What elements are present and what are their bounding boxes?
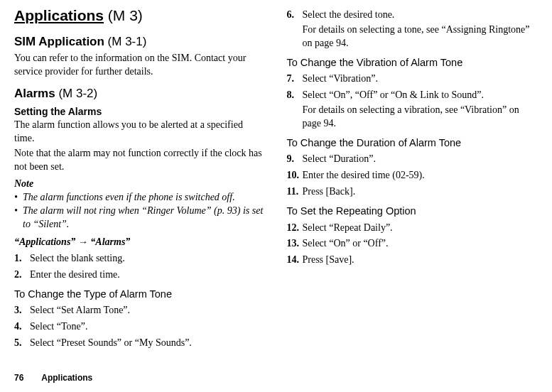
step-num: 4. <box>14 320 22 334</box>
step-item: 11.Press [Back]. <box>287 185 539 199</box>
note-item: The alarm functions even if the phone is… <box>14 191 266 205</box>
step-num: 7. <box>287 72 295 86</box>
step-item: 6.Select the desired tone. <box>287 9 539 22</box>
step-item: 7.Select “Vibration”. <box>287 72 539 86</box>
vibration-heading: To Change the Vibration of Alarm Tone <box>287 56 539 70</box>
note-label: Note <box>14 178 266 191</box>
step-text: Select “Tone”. <box>30 321 87 332</box>
step-text: Select “Set Alarm Tone”. <box>30 305 130 315</box>
step-text: Select the desired tone. <box>303 9 395 20</box>
note-item: The alarm will not ring when “Ringer Vol… <box>14 205 266 232</box>
note-list: The alarm functions even if the phone is… <box>14 191 266 232</box>
step-text: Select the blank setting. <box>30 253 125 263</box>
step-num: 10. <box>287 169 300 183</box>
chapter-title: Applications <box>14 7 104 23</box>
step-num: 3. <box>14 304 22 317</box>
setting-alarms-heading: Setting the Alarms <box>14 105 266 119</box>
step-num: 13. <box>287 237 300 251</box>
step-item: 13.Select “On” or “Off”. <box>287 237 539 251</box>
steps-basic: 1.Select the blank setting. 2.Enter the … <box>14 252 266 282</box>
sim-code: (M 3-1) <box>108 35 147 48</box>
step-text: Enter the desired time (02-59). <box>303 170 425 180</box>
sim-heading: SIM Application (M 3-1) <box>14 34 266 50</box>
step-item: 1.Select the blank setting. <box>14 252 266 266</box>
step-num: 8. <box>287 89 295 102</box>
left-column: Applications (M 3) SIM Application (M 3-… <box>14 6 266 361</box>
step-num: 11. <box>287 185 299 199</box>
step-subtext: For details on selecting a vibration, se… <box>287 104 539 131</box>
steps-repeat: 12.Select “Repeat Daily”. 13.Select “On”… <box>287 222 539 268</box>
step-num: 2. <box>14 268 22 282</box>
right-column: 6.Select the desired tone. For details o… <box>287 6 539 361</box>
step-text: Select “On”, “Off” or “On & Link to Soun… <box>303 89 485 100</box>
step-item: 4.Select “Tone”. <box>14 320 266 334</box>
step-text: Select “Repeat Daily”. <box>303 222 393 233</box>
repeat-heading: To Set the Repeating Option <box>287 205 539 219</box>
step-item: 9.Select “Duration”. <box>287 153 539 166</box>
page-footer: 76 Applications <box>14 372 92 383</box>
step-num: 5. <box>14 337 22 350</box>
step-item: 8.Select “On”, “Off” or “On & Link to So… <box>287 89 539 102</box>
alarms-body-2: Note that the alarm may not function cor… <box>14 147 266 174</box>
duration-heading: To Change the Duration of Alarm Tone <box>287 136 539 151</box>
chapter-code: (M 3) <box>108 7 143 23</box>
steps-tone-cont: 6.Select the desired tone. <box>287 9 539 22</box>
step-num: 14. <box>287 254 300 267</box>
page-content: Applications (M 3) SIM Application (M 3-… <box>14 6 538 361</box>
footer-section: Applications <box>41 373 92 383</box>
steps-tone: 3.Select “Set Alarm Tone”. 4.Select “Ton… <box>14 304 266 350</box>
step-text: Select “Vibration”. <box>303 73 378 84</box>
step-num: 9. <box>287 153 295 166</box>
menu-path: “Applications” → “Alarms” <box>14 236 266 249</box>
step-item: 10.Enter the desired time (02-59). <box>287 169 539 183</box>
sim-body: You can refer to the information on the … <box>14 52 266 79</box>
steps-duration: 9.Select “Duration”. 10.Enter the desire… <box>287 153 539 199</box>
alarms-body-1: The alarm function allows you to be aler… <box>14 119 266 146</box>
alarms-heading: Alarms (M 3-2) <box>14 86 266 102</box>
step-num: 12. <box>287 222 300 235</box>
step-text: Select “Preset Sounds” or “My Sounds”. <box>30 337 192 348</box>
step-text: Enter the desired time. <box>30 269 120 280</box>
step-item: 5.Select “Preset Sounds” or “My Sounds”. <box>14 337 266 350</box>
chapter-heading: Applications (M 3) <box>14 6 266 26</box>
step-text: Press [Back]. <box>303 186 356 197</box>
alarms-code: (M 3-2) <box>58 87 97 100</box>
step-num: 6. <box>287 9 295 22</box>
sim-title: SIM Application <box>14 35 104 48</box>
step-item: 14.Press [Save]. <box>287 254 539 267</box>
step-text: Press [Save]. <box>303 254 355 265</box>
step-item: 12.Select “Repeat Daily”. <box>287 222 539 235</box>
step-text: Select “On” or “Off”. <box>303 238 389 249</box>
step-subtext: For details on selecting a tone, see “As… <box>287 23 539 50</box>
step-text: Select “Duration”. <box>303 153 376 164</box>
step-item: 3.Select “Set Alarm Tone”. <box>14 304 266 317</box>
step-num: 1. <box>14 252 22 266</box>
change-tone-heading: To Change the Type of Alarm Tone <box>14 288 266 302</box>
page-number: 76 <box>14 373 23 383</box>
alarms-title: Alarms <box>14 87 55 100</box>
steps-vibration: 7.Select “Vibration”. 8.Select “On”, “Of… <box>287 72 539 102</box>
step-item: 2.Enter the desired time. <box>14 268 266 282</box>
